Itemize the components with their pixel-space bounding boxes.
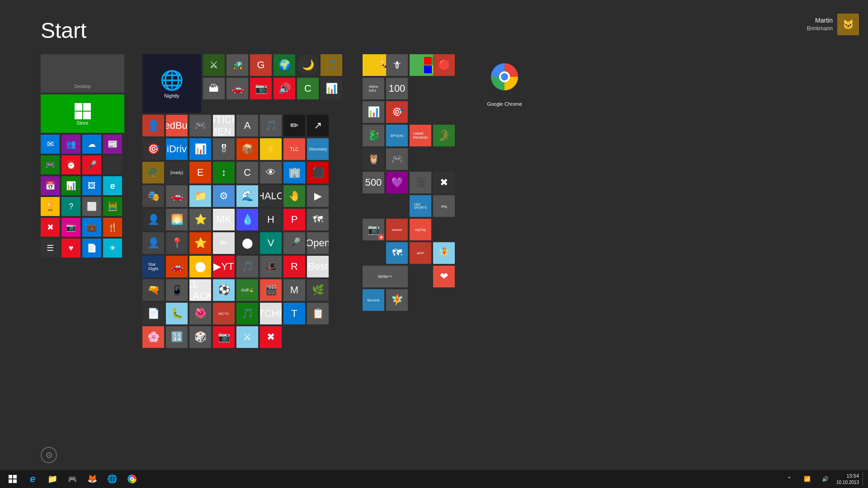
t77[interactable]: 🎲 — [189, 326, 211, 348]
t15[interactable]: TLC — [283, 138, 305, 160]
t41[interactable]: 👤 — [142, 232, 164, 254]
t31[interactable]: 🤚 — [283, 185, 305, 207]
app-a6[interactable]: 🎵 — [321, 54, 342, 76]
t11[interactable]: 📊 — [189, 138, 211, 160]
t94[interactable]: 🎮 — [386, 148, 408, 170]
user-avatar[interactable]: 🐱 — [837, 14, 859, 35]
reader-tile[interactable]: 📰 — [103, 135, 122, 154]
t90[interactable]: EPSON — [386, 125, 408, 146]
taskbar-volume[interactable]: 🔊 — [818, 472, 833, 486]
t36[interactable]: MK — [213, 209, 235, 230]
t87[interactable]: 📊 — [363, 101, 384, 123]
taskbar-show-desktop[interactable] — [863, 472, 864, 486]
calendar-tile[interactable]: 📅 — [41, 176, 60, 195]
briefcase-tile[interactable]: 💼 — [82, 218, 101, 237]
t42[interactable]: 📍 — [166, 232, 188, 254]
taskbar-firefox[interactable]: 🦊 — [83, 470, 101, 488]
t43[interactable]: ⭐ — [189, 232, 211, 254]
t34[interactable]: 🌅 — [166, 209, 188, 230]
sound-tile[interactable]: 🎤 — [82, 155, 101, 174]
news-tile[interactable]: 📄 — [82, 239, 101, 258]
t44[interactable]: ✏ — [213, 232, 235, 254]
t46[interactable]: V — [260, 232, 282, 254]
t104[interactable]: 🧚 — [433, 242, 455, 264]
t63[interactable]: M — [283, 279, 305, 301]
t67[interactable]: 🐛 — [166, 303, 188, 324]
t45[interactable]: ⬤ — [236, 232, 258, 254]
taskbar-network[interactable]: 📶 — [800, 472, 815, 486]
t8[interactable]: ↗ — [307, 115, 329, 136]
t52[interactable]: ▶YT — [213, 256, 235, 277]
t74[interactable]: 📋 — [307, 303, 329, 324]
taskbar-notification[interactable]: ⌃ — [782, 472, 797, 486]
people-tile[interactable]: 👥 — [61, 135, 80, 154]
trophy-tile[interactable]: 🏆 — [41, 197, 60, 216]
t13[interactable]: 📦 — [236, 138, 258, 160]
t26[interactable]: 🚗 — [166, 185, 188, 207]
t96[interactable]: 💜 — [386, 172, 408, 193]
scan-tile[interactable]: ⬜ — [82, 197, 101, 216]
t27[interactable]: 📁 — [189, 185, 211, 207]
t32[interactable]: ▶ — [307, 185, 329, 207]
t29[interactable]: 🌊 — [236, 185, 258, 207]
t60[interactable]: ⚽ — [213, 279, 235, 301]
t37[interactable]: 💧 — [236, 209, 258, 230]
app-b4[interactable]: 🔊 — [274, 78, 295, 99]
t20[interactable]: ↕ — [213, 162, 235, 183]
t82[interactable]: 🗡 — [386, 54, 408, 76]
t65[interactable]: 🌿 — [307, 279, 329, 301]
food-tile[interactable]: 🍴 — [103, 218, 122, 237]
t19[interactable]: E — [189, 162, 211, 183]
t59[interactable]: ALL BLACKS — [189, 279, 211, 301]
app-a2[interactable]: 🚜 — [226, 54, 248, 76]
taskbar-ie[interactable]: e — [24, 470, 42, 488]
t18[interactable]: {ready} — [166, 162, 188, 183]
t58[interactable]: 📱 — [166, 279, 188, 301]
t78[interactable]: 📷 — [213, 326, 235, 348]
t39[interactable]: P — [283, 209, 305, 230]
app-b2[interactable]: 🚗 — [226, 78, 248, 99]
t76[interactable]: 🔢 — [166, 326, 188, 348]
t92[interactable]: 🐊 — [433, 125, 455, 146]
t105[interactable]: ❤ — [433, 266, 455, 287]
t9[interactable]: 🎯 — [142, 138, 164, 160]
store-tile[interactable]: Store — [41, 94, 124, 133]
chrome-tile[interactable] — [482, 54, 527, 99]
help-tile[interactable]: ? — [61, 197, 80, 216]
finance-tile[interactable]: 📊 — [61, 176, 80, 195]
xbox-tile[interactable]: 🎮 — [41, 155, 60, 174]
app-b6[interactable]: 📊 — [321, 78, 342, 99]
nightly-tile[interactable]: 🌐 Nightly — [142, 54, 201, 113]
t54[interactable]: 🎩 — [260, 256, 282, 277]
app-b3[interactable]: 📷 — [250, 78, 272, 99]
t95[interactable]: 500 — [363, 172, 384, 193]
t24[interactable]: ⬛ — [307, 162, 329, 183]
t12[interactable]: 🎖 — [213, 138, 235, 160]
t53[interactable]: 🎵 — [236, 256, 258, 277]
taskbar-folder[interactable]: 📁 — [43, 470, 61, 488]
t6[interactable]: 🎵 — [260, 115, 282, 136]
t33[interactable]: 👤 — [142, 209, 164, 230]
list-tile[interactable]: ☰ — [41, 239, 60, 258]
t89[interactable]: 🐉 — [363, 125, 384, 146]
t49[interactable]: StarFlight — [142, 256, 164, 277]
t2[interactable]: redBus — [166, 115, 188, 136]
app-a4[interactable]: 🌍 — [274, 54, 295, 76]
t101[interactable]: 📷 ✖ — [363, 219, 384, 240]
t48[interactable]: Open — [307, 232, 329, 254]
t23[interactable]: 🏢 — [283, 162, 305, 183]
t35[interactable]: ⭐ — [189, 209, 211, 230]
t103[interactable]: APP — [410, 242, 431, 264]
t5[interactable]: A — [236, 115, 258, 136]
t69[interactable]: IRCTC — [213, 303, 235, 324]
t98[interactable]: ✖ — [433, 172, 455, 193]
t106[interactable]: Bunshō — [363, 289, 384, 311]
ie-tile[interactable]: e — [103, 176, 122, 195]
photos-tile[interactable]: 🖼 — [82, 176, 101, 195]
t3[interactable]: 🎮 — [189, 115, 211, 136]
t28[interactable]: ⚙ — [213, 185, 235, 207]
camera-tile[interactable]: 📷 — [61, 218, 80, 237]
app-a3[interactable]: G — [250, 54, 272, 76]
t40[interactable]: 🗺 — [307, 209, 329, 230]
t71[interactable]: KITCHEN — [260, 303, 282, 324]
